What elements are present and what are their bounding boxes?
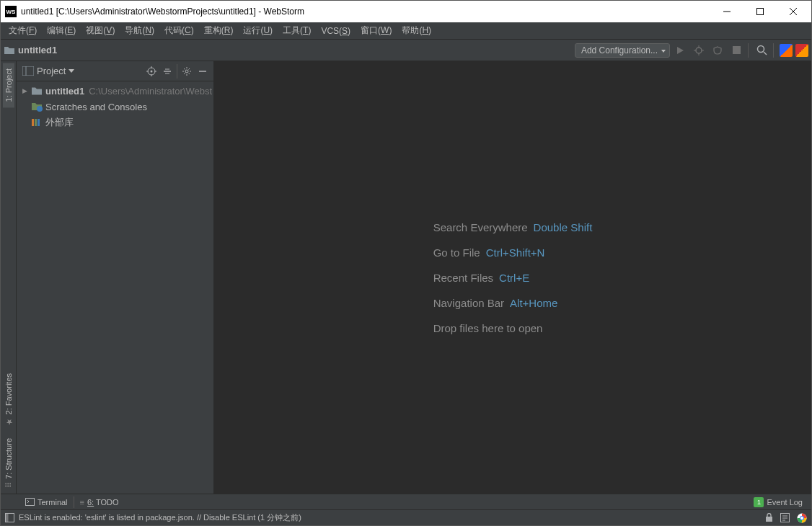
project-panel-header: Project [17, 61, 213, 81]
tool-tab-structure[interactable]: ⠿7: Structure [2, 432, 14, 494]
project-tree[interactable]: ▶ untitled1 C:\Users\Administrator\Webst… [17, 81, 213, 494]
svg-line-30 [189, 68, 190, 70]
menu-view[interactable]: 视图(V) [81, 22, 120, 39]
run-button[interactable] [671, 42, 689, 59]
locate-button[interactable] [144, 63, 159, 79]
webstorm-logo-icon: WS [5, 6, 17, 17]
menu-run[interactable]: 运行(U) [238, 22, 278, 39]
statusbar: ESLint is enabled: 'eslint' is listed in… [1, 509, 811, 525]
hint-drop-files: Drop files here to open [433, 322, 593, 334]
tree-root-name: untitled1 [45, 86, 84, 97]
svg-rect-35 [35, 119, 37, 126]
status-message[interactable]: ESLint is enabled: 'eslint' is listed in… [19, 512, 301, 523]
goto-line-icon[interactable] [780, 513, 790, 522]
menu-edit[interactable]: 编辑(E) [42, 22, 81, 39]
svg-point-4 [696, 48, 702, 53]
hint-navigation-bar: Navigation BarAlt+Home [433, 297, 593, 309]
left-tool-gutter: 1: Project ★2: Favorites ⠿7: Structure [1, 61, 17, 494]
search-button[interactable] [753, 42, 770, 59]
minimize-button[interactable] [710, 1, 743, 22]
tree-scratches-label: Scratches and Consoles [45, 102, 147, 112]
svg-point-10 [757, 46, 764, 53]
menu-vcs[interactable]: VCS(S) [316, 24, 356, 38]
svg-rect-12 [22, 66, 34, 76]
breadcrumb-project: untitled1 [18, 45, 57, 55]
editor-hints: Search EverywhereDouble Shift Go to File… [433, 208, 593, 347]
tool-tab-event-log[interactable]: 1 Event Log [748, 496, 808, 509]
titlebar: WS untitled1 [C:\Users\Administrator\Web… [1, 1, 811, 22]
svg-rect-1 [757, 9, 764, 15]
status-window-icon[interactable] [5, 513, 14, 522]
tree-root-row[interactable]: ▶ untitled1 C:\Users\Administrator\Webst [17, 83, 213, 99]
menu-refactor[interactable]: 重构(R) [199, 22, 239, 39]
notification-badge-icon: 1 [754, 497, 764, 507]
debug-button[interactable] [690, 42, 707, 59]
external-libs-icon [31, 117, 43, 128]
toolbox-icon-2[interactable] [795, 44, 808, 57]
app-window: WS untitled1 [C:\Users\Administrator\Web… [0, 0, 812, 526]
close-button[interactable] [777, 1, 810, 22]
expand-arrow-icon[interactable]: ▶ [21, 87, 28, 94]
svg-line-29 [189, 73, 190, 74]
collapse-all-button[interactable] [159, 63, 175, 79]
svg-point-47 [800, 517, 803, 520]
svg-line-28 [184, 68, 185, 70]
hint-search-everywhere: Search EverywhereDouble Shift [433, 221, 593, 233]
tool-tab-favorites[interactable]: ★2: Favorites [2, 367, 14, 432]
terminal-icon [25, 498, 35, 506]
menubar: 文件(F) 编辑(E) 视图(V) 导航(N) 代码(C) 重构(R) 运行(U… [1, 22, 811, 40]
svg-rect-37 [26, 499, 35, 506]
lock-icon[interactable] [765, 513, 773, 522]
svg-point-33 [37, 106, 43, 112]
svg-rect-36 [37, 119, 40, 126]
menu-help[interactable]: 帮助(H) [397, 22, 436, 39]
tree-external-label: 外部库 [45, 116, 74, 129]
tool-tab-project[interactable]: 1: Project [3, 63, 14, 107]
svg-rect-40 [766, 517, 772, 522]
editor-empty-state[interactable]: Search EverywhereDouble Shift Go to File… [214, 61, 811, 494]
stop-button[interactable] [728, 42, 745, 59]
menu-tools[interactable]: 工具(T) [278, 22, 316, 39]
coverage-button[interactable] [709, 42, 726, 59]
tool-tab-terminal[interactable]: Terminal [19, 496, 74, 508]
menu-file[interactable]: 文件(F) [4, 22, 42, 39]
svg-rect-34 [32, 119, 34, 126]
tool-tab-todo[interactable]: ≡ 6: TODO [74, 496, 125, 508]
bottom-tool-tabs: Terminal ≡ 6: TODO 1 Event Log [1, 494, 811, 509]
hide-panel-button[interactable] [195, 63, 211, 79]
menu-code[interactable]: 代码(C) [159, 22, 199, 39]
main-area: 1: Project ★2: Favorites ⠿7: Structure P… [1, 61, 811, 494]
project-panel-title[interactable]: Project [37, 66, 66, 76]
svg-rect-39 [6, 514, 9, 522]
svg-point-23 [185, 70, 188, 73]
svg-line-11 [764, 52, 767, 55]
project-panel: Project ▶ untitled1 C:\Users\Administrat… [17, 61, 214, 494]
navbar: untitled1 Add Configuration... [1, 40, 811, 61]
gear-button[interactable] [179, 63, 195, 79]
menu-navigate[interactable]: 导航(N) [120, 22, 159, 39]
project-view-icon [22, 66, 34, 76]
scratches-icon [31, 102, 43, 112]
folder-icon [31, 86, 43, 96]
tree-scratches-row[interactable]: Scratches and Consoles [17, 99, 213, 115]
toolbox-icon-1[interactable] [780, 44, 793, 57]
chevron-down-icon[interactable] [69, 69, 74, 73]
hint-recent-files: Recent FilesCtrl+E [433, 272, 593, 284]
hint-go-to-file: Go to FileCtrl+Shift+N [433, 246, 593, 259]
svg-line-31 [184, 73, 185, 74]
breadcrumb[interactable]: untitled1 [4, 45, 57, 55]
svg-point-15 [151, 70, 153, 72]
menu-window[interactable]: 窗口(W) [356, 22, 397, 39]
chrome-icon[interactable] [797, 513, 807, 523]
add-configuration-button[interactable]: Add Configuration... [575, 43, 670, 58]
window-title: untitled1 [C:\Users\Administrator\Websto… [21, 6, 710, 17]
tree-external-row[interactable]: 外部库 [17, 115, 213, 130]
maximize-button[interactable] [743, 1, 777, 22]
svg-rect-9 [733, 46, 741, 54]
folder-icon [4, 45, 15, 55]
tree-root-path: C:\Users\Administrator\Webst [89, 86, 212, 97]
